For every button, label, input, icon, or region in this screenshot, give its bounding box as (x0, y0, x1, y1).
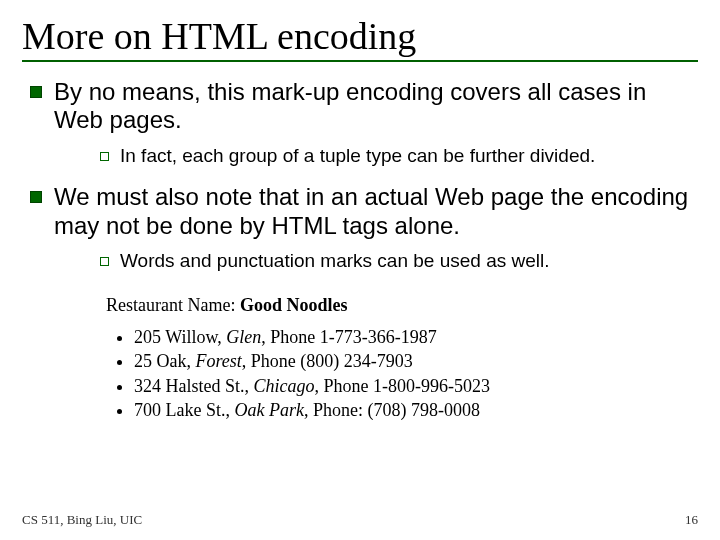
example-city: Chicago (254, 376, 315, 396)
example-addr: 324 Halsted St., (134, 376, 254, 396)
example-addr: 205 Willow, (134, 327, 226, 347)
example-row: 324 Halsted St., Chicago, Phone 1-800-99… (134, 374, 634, 398)
example-city: Oak Park (235, 400, 304, 420)
example-header-value: Good Noodles (240, 295, 348, 315)
example-addr: 25 Oak, (134, 351, 196, 371)
slide: More on HTML encoding By no means, this … (0, 0, 720, 540)
example-box: Restaurant Name: Good Noodles 205 Willow… (100, 289, 640, 426)
bullet-list: By no means, this mark-up encoding cover… (22, 78, 698, 273)
example-phone: , Phone 1-800-996-5023 (315, 376, 490, 396)
sub-bullet-list: Words and punctuation marks can be used … (96, 250, 698, 273)
footer-left: CS 511, Bing Liu, UIC (22, 512, 142, 528)
example-row: 205 Willow, Glen, Phone 1-773-366-1987 (134, 325, 634, 349)
sub-bullet-list: In fact, each group of a tuple type can … (96, 145, 698, 168)
example-city: Forest (196, 351, 242, 371)
example-header-label: Restaurant Name: (106, 295, 240, 315)
sub-bullet-item: In fact, each group of a tuple type can … (96, 145, 698, 168)
sub-bullet-text: In fact, each group of a tuple type can … (120, 145, 595, 166)
bullet-item: We must also note that in an actual Web … (22, 183, 698, 272)
slide-title: More on HTML encoding (22, 14, 698, 62)
sub-bullet-text: Words and punctuation marks can be used … (120, 250, 550, 271)
example-addr: 700 Lake St., (134, 400, 235, 420)
example-city: Glen (226, 327, 261, 347)
example-phone: , Phone (800) 234-7903 (242, 351, 413, 371)
example-list: 205 Willow, Glen, Phone 1-773-366-1987 2… (134, 325, 634, 422)
sub-bullet-item: Words and punctuation marks can be used … (96, 250, 698, 273)
bullet-item: By no means, this mark-up encoding cover… (22, 78, 698, 167)
example-phone: , Phone: (708) 798-0008 (304, 400, 480, 420)
example-phone: , Phone 1-773-366-1987 (261, 327, 436, 347)
example-row: 25 Oak, Forest, Phone (800) 234-7903 (134, 349, 634, 373)
footer-page-number: 16 (685, 512, 698, 528)
example-row: 700 Lake St., Oak Park, Phone: (708) 798… (134, 398, 634, 422)
bullet-text: We must also note that in an actual Web … (54, 183, 688, 238)
bullet-text: By no means, this mark-up encoding cover… (54, 78, 646, 133)
example-header: Restaurant Name: Good Noodles (106, 293, 634, 317)
